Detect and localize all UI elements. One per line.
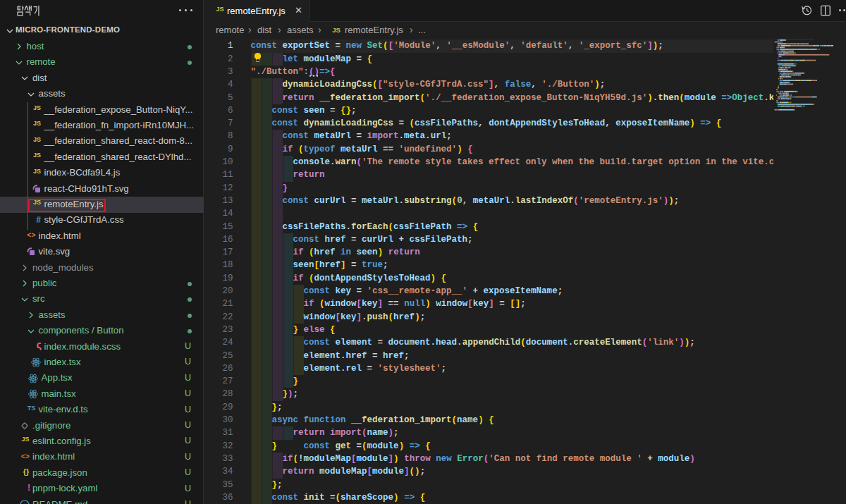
svg-text:i: i bbox=[24, 501, 26, 504]
